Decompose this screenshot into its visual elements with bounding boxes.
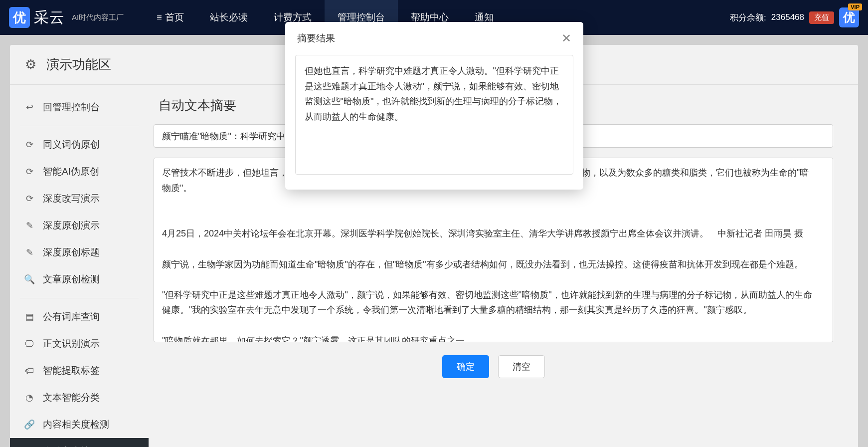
close-icon[interactable]: ✕ — [561, 32, 571, 44]
modal-title: 摘要结果 — [297, 32, 335, 45]
modal-overlay: 摘要结果 ✕ 但她也直言，科学研究中难题才真正令人激动。"但科学研究中正是这些难… — [0, 0, 868, 447]
summary-modal: 摘要结果 ✕ 但她也直言，科学研究中难题才真正令人激动。"但科学研究中正是这些难… — [285, 22, 583, 190]
modal-body: 但她也直言，科学研究中难题才真正令人激动。"但科学研究中正是这些难题才真正地令人… — [285, 55, 583, 190]
summary-text: 但她也直言，科学研究中难题才真正令人激动。"但科学研究中正是这些难题才真正地令人… — [295, 55, 573, 175]
modal-header: 摘要结果 ✕ — [285, 22, 583, 55]
